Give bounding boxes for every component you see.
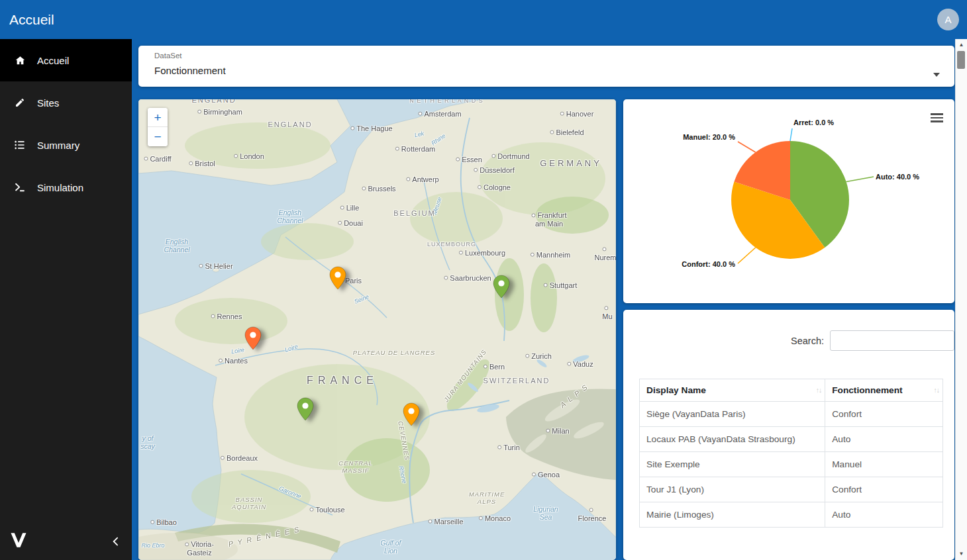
pie-leader-line xyxy=(790,128,792,141)
home-icon xyxy=(13,55,26,66)
dataset-select[interactable]: DataSet Fonctionnement xyxy=(138,46,954,87)
search-label: Search: xyxy=(791,336,824,346)
scroll-down-arrow[interactable]: ▼ xyxy=(956,549,967,559)
table-header-row: Display Name↑↓Fonctionnement↑↓ xyxy=(640,379,943,402)
map-pin-icon xyxy=(329,266,346,290)
sort-icon[interactable]: ↑↓ xyxy=(934,386,940,394)
table-cell: Manuel xyxy=(825,452,943,477)
app-header: Accueil A xyxy=(0,0,967,39)
pie-chart-card: Arret: 0.0 %Auto: 40.0 %Confort: 40.0 %M… xyxy=(623,99,954,303)
zoom-out-button[interactable]: − xyxy=(148,127,168,146)
sites-table-body: Siège (VayanData Paris)ConfortLocaux PAB… xyxy=(640,402,943,528)
sidebar-item-label: Simulation xyxy=(37,182,83,193)
pie-label: Manuel: 20.0 % xyxy=(683,133,735,141)
sites-table-card: Search: Display Name↑↓Fonctionnement↑↓ S… xyxy=(623,310,954,560)
map-marker[interactable] xyxy=(329,266,346,293)
table-cell: Auto xyxy=(825,427,943,452)
map-pin-icon xyxy=(244,326,262,350)
column-label: Display Name xyxy=(646,385,706,395)
sidebar-item-label: Summary xyxy=(37,140,79,151)
table-row: Siège (VayanData Paris)Confort xyxy=(640,402,943,427)
table-cell: Locaux PAB (VayanData Strasbourg) xyxy=(640,427,825,452)
map-marker[interactable] xyxy=(244,326,262,353)
column-header-display-name[interactable]: Display Name↑↓ xyxy=(640,379,825,402)
dataset-value: Fonctionnement xyxy=(154,65,226,76)
page-title: Accueil xyxy=(9,0,54,39)
column-header-fonctionnement[interactable]: Fonctionnement↑↓ xyxy=(825,379,943,402)
sidebar-item-summary[interactable]: Summary xyxy=(0,124,132,166)
table-row: Site ExempleManuel xyxy=(640,452,943,477)
sidebar-item-accueil[interactable]: Accueil xyxy=(0,39,132,81)
chart-menu-icon[interactable] xyxy=(931,113,943,124)
map-zoom-control: + − xyxy=(148,108,168,146)
table-cell: Confort xyxy=(825,477,943,502)
sidebar-item-sites[interactable]: Sites xyxy=(0,81,132,124)
terminal-icon xyxy=(13,181,26,193)
table-cell: Siège (VayanData Paris) xyxy=(640,402,825,427)
pencil-icon xyxy=(13,97,26,108)
map-marker[interactable] xyxy=(493,275,510,301)
column-label: Fonctionnement xyxy=(832,385,902,395)
sidebar-footer xyxy=(0,523,132,560)
map-terrain xyxy=(138,99,616,560)
table-row: Tour J1 (Lyon)Confort xyxy=(640,477,943,502)
list-icon xyxy=(13,139,26,151)
table-row: Locaux PAB (VayanData Strasbourg)Auto xyxy=(640,427,943,452)
pie-label: Confort: 40.0 % xyxy=(682,260,735,268)
chevron-left-icon xyxy=(109,535,123,548)
pie-label: Auto: 40.0 % xyxy=(876,173,919,181)
sidebar: AccueilSitesSummarySimulation xyxy=(0,39,132,560)
scroll-up-arrow[interactable]: ▲ xyxy=(956,40,967,50)
sidebar-item-label: Accueil xyxy=(37,55,69,66)
pie-leader-line xyxy=(846,177,874,182)
map-pin-icon xyxy=(493,275,510,299)
brand-logo xyxy=(9,531,28,552)
map-marker[interactable] xyxy=(403,402,420,429)
avatar-initial: A xyxy=(944,14,951,25)
table-cell: Mairie (Limoges) xyxy=(640,502,825,528)
search-input[interactable] xyxy=(830,330,954,351)
map-viewport[interactable]: ENGLANDBirminghamN E T H E R L A N D SAm… xyxy=(138,99,616,560)
main-content: DataSet Fonctionnement xyxy=(132,39,967,560)
sidebar-collapse-button[interactable] xyxy=(109,535,123,548)
table-cell: Site Exemple xyxy=(640,452,825,477)
zoom-in-button[interactable]: + xyxy=(148,108,168,127)
map-pin-icon xyxy=(403,402,420,426)
table-row: Mairie (Limoges)Auto xyxy=(640,502,943,528)
sidebar-nav: AccueilSitesSummarySimulation xyxy=(0,39,132,209)
sidebar-item-label: Sites xyxy=(37,97,59,109)
pie-leader-line xyxy=(738,248,756,263)
map-pin-icon xyxy=(297,397,314,421)
pie-svg: Arret: 0.0 %Auto: 40.0 %Confort: 40.0 %M… xyxy=(623,99,954,303)
map-marker[interactable] xyxy=(297,397,314,424)
table-cell: Confort xyxy=(825,402,943,427)
chevron-down-icon xyxy=(933,73,940,77)
sidebar-item-simulation[interactable]: Simulation xyxy=(0,166,132,209)
pie-label: Arret: 0.0 % xyxy=(793,118,834,126)
pie-leader-line xyxy=(738,142,756,152)
table-cell: Auto xyxy=(825,502,943,528)
table-search: Search: xyxy=(791,330,954,351)
sort-icon[interactable]: ↑↓ xyxy=(816,386,822,394)
dataset-label: DataSet xyxy=(154,52,182,60)
avatar[interactable]: A xyxy=(937,9,959,30)
table-cell: Tour J1 (Lyon) xyxy=(640,477,825,502)
scrollbar[interactable]: ▲ ▼ xyxy=(955,39,967,560)
scroll-thumb[interactable] xyxy=(957,51,965,69)
sites-table: Display Name↑↓Fonctionnement↑↓ Siège (Va… xyxy=(639,379,943,528)
